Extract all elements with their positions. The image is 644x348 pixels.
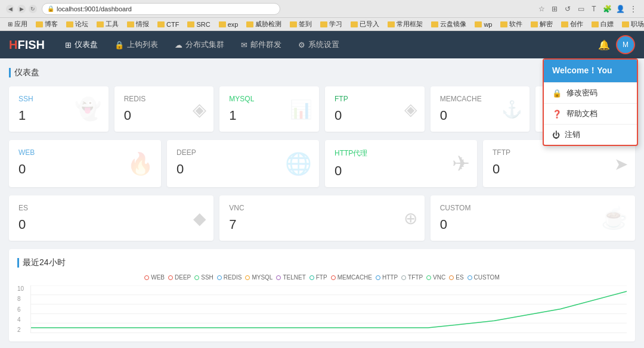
card-http[interactable]: HTTP代理 0 ✈ [325, 140, 477, 187]
chart-area: 108642 [17, 285, 627, 333]
card-es-value: 0 [18, 217, 204, 232]
reload-button[interactable]: ↻ [29, 5, 37, 13]
chart-canvas [30, 285, 627, 333]
browser-right-icons: ☆ ⊞ ↺ ▭ T 🧩 👤 ⋮ [537, 4, 638, 14]
dropdown-welcome: Welcome！You [544, 60, 637, 82]
translate-icon[interactable]: T [589, 4, 599, 14]
bookmark-career[interactable]: 职场 [619, 18, 644, 30]
help-docs-item[interactable]: ❓ 帮助文档 [544, 104, 637, 124]
gear-icon: ⚙ [298, 41, 305, 49]
card-redis-label: REDIS [124, 95, 205, 103]
title-bar-decoration [9, 68, 11, 77]
plane-icon: ✈ [452, 151, 470, 176]
legend-item: TELNET [276, 274, 305, 281]
bookmark-apps[interactable]: ⊞ 应用 [5, 18, 30, 30]
logout-item[interactable]: ⏻ 注销 [544, 125, 637, 145]
legend-item: TFTP [401, 274, 423, 281]
anchor-icon: ⚓ [501, 100, 522, 119]
nav-cluster[interactable]: ☁ 分布式集群 [166, 31, 233, 58]
mail-icon: ✉ [241, 41, 247, 49]
bookmark-imported[interactable]: 已导入 [348, 18, 382, 30]
card-mysql[interactable]: MYSQL 1 📊 [219, 86, 319, 132]
card-vnc[interactable]: VNC 7 ⊕ [219, 195, 424, 241]
cast-icon[interactable]: ▭ [576, 4, 586, 14]
bookmark-forum[interactable]: 论坛 [63, 18, 91, 30]
back-button[interactable]: ◀ [6, 5, 14, 13]
card-tftp-label: TFTP [493, 148, 626, 157]
cards-row3: ES 0 ◆ VNC 7 ⊕ CUSTOM 0 ☕ [9, 195, 635, 241]
bookmark-wp[interactable]: wp [472, 20, 495, 29]
browser-chrome: ◀ ▶ ↻ 🔒 localhost:9001/dashboard ☆ ⊞ ↺ ▭… [0, 0, 644, 18]
user-dropdown: Welcome！You 🔒 修改密码 ❓ 帮助文档 ⏻ 注销 [543, 58, 638, 146]
bookmark-exp[interactable]: exp [216, 20, 242, 29]
bookmark-learn[interactable]: 学习 [317, 18, 345, 30]
target-icon: ⊕ [404, 209, 417, 228]
nav-hooks[interactable]: 🔒 上钩列表 [106, 31, 166, 58]
legend-item: MYSQL [245, 274, 273, 281]
bookmark-intel[interactable]: 情报 [124, 18, 152, 30]
bookmark-src[interactable]: SRC [184, 20, 213, 29]
card-custom-label: CUSTOM [440, 204, 626, 212]
bookmark-threat[interactable]: 威胁检测 [243, 18, 284, 30]
forward-button[interactable]: ▶ [17, 5, 26, 13]
chart-legend: WEB DEEP SSH REDIS MYSQL TELNET FTP MEMC… [17, 274, 627, 281]
bookmark-free[interactable]: 白嫖 [589, 18, 617, 30]
change-password-item[interactable]: 🔒 修改密码 [544, 83, 637, 103]
page-title-section: 仪表盘 [9, 67, 635, 78]
bookmark-blog[interactable]: 博客 [33, 18, 61, 30]
chart-title: 最近24小时 [23, 257, 66, 268]
ghost-icon: 👻 [75, 97, 101, 122]
user-avatar[interactable]: M [616, 35, 635, 54]
bell-button[interactable]: 🔔 [598, 39, 610, 51]
layers-icon: ◈ [193, 99, 206, 120]
address-bar[interactable]: 🔒 localhost:9001/dashboard [42, 3, 280, 15]
card-ftp-label: FTP [335, 95, 415, 103]
card-deep[interactable]: DEEP 0 🌐 [167, 140, 319, 187]
puzzle-icon[interactable]: 🧩 [602, 4, 612, 14]
legend-item: DEEP [168, 274, 191, 281]
logo-fish: FISH [17, 38, 45, 52]
bookmark-framework[interactable]: 常用框架 [385, 18, 426, 30]
chart-section: 最近24小时 WEB DEEP SSH REDIS MYSQL TELNET F… [9, 249, 635, 341]
nav-settings[interactable]: ⚙ 系统设置 [290, 31, 348, 58]
power-icon: ⏻ [552, 130, 560, 139]
star-icon[interactable]: ☆ [537, 4, 546, 14]
card-es[interactable]: ES 0 ◆ [9, 195, 213, 241]
chart-y-labels: 108642 [17, 285, 29, 333]
card-custom[interactable]: CUSTOM 0 ☕ [431, 195, 635, 241]
profile-icon[interactable]: 👤 [615, 4, 625, 14]
browser-controls: ◀ ▶ ↻ [6, 5, 37, 13]
chart-title-bar [17, 258, 19, 268]
card-web[interactable]: WEB 0 🔥 [9, 140, 161, 187]
bookmark-sign[interactable]: 签到 [287, 18, 315, 30]
logo-h: H [9, 38, 17, 52]
app-nav: HFISH ⊞ 仪表盘 🔒 上钩列表 ☁ 分布式集群 ✉ 邮件群发 ⚙ 系统设置… [0, 31, 644, 58]
card-memcache[interactable]: MEMCACHE 0 ⚓ [431, 86, 530, 132]
legend-item: REDIS [217, 274, 242, 281]
legend-item: VNC [426, 274, 445, 281]
menu-icon[interactable]: ⋮ [628, 4, 638, 14]
card-ssh[interactable]: SSH 1 👻 [9, 86, 109, 132]
chart-title-section: 最近24小时 [17, 257, 627, 268]
cards-row1: SSH 1 👻 REDIS 0 ◈ MYSQL 1 📊 FTP 0 ◈ MEMC… [9, 86, 635, 132]
help-icon: ❓ [552, 110, 562, 119]
bookmark-create[interactable]: 创作 [558, 18, 586, 30]
bookmark-software[interactable]: 软件 [497, 18, 525, 30]
card-ftp[interactable]: FTP 0 ◈ [325, 86, 425, 132]
nav-mail[interactable]: ✉ 邮件群发 [233, 31, 290, 58]
legend-item: ES [449, 274, 463, 281]
logo: HFISH [9, 38, 45, 52]
sync-icon[interactable]: ↺ [563, 4, 572, 14]
extensions-icon[interactable]: ⊞ [550, 4, 559, 14]
lock-icon: 🔒 [114, 41, 124, 49]
nav-dashboard[interactable]: ⊞ 仪表盘 [57, 31, 106, 58]
bookmark-ctf[interactable]: CTF [154, 20, 182, 29]
bookmark-cloud[interactable]: 云盘镜像 [428, 18, 469, 30]
card-redis[interactable]: REDIS 0 ◈ [114, 86, 214, 132]
legend-item: FTP [309, 274, 327, 281]
bookmark-decrypt[interactable]: 解密 [528, 18, 556, 30]
card-tftp[interactable]: TFTP 0 ➤ [483, 140, 635, 187]
bookmark-tools[interactable]: 工具 [94, 18, 122, 30]
legend-item: SSH [194, 274, 213, 281]
card-http-value: 0 [335, 163, 467, 179]
